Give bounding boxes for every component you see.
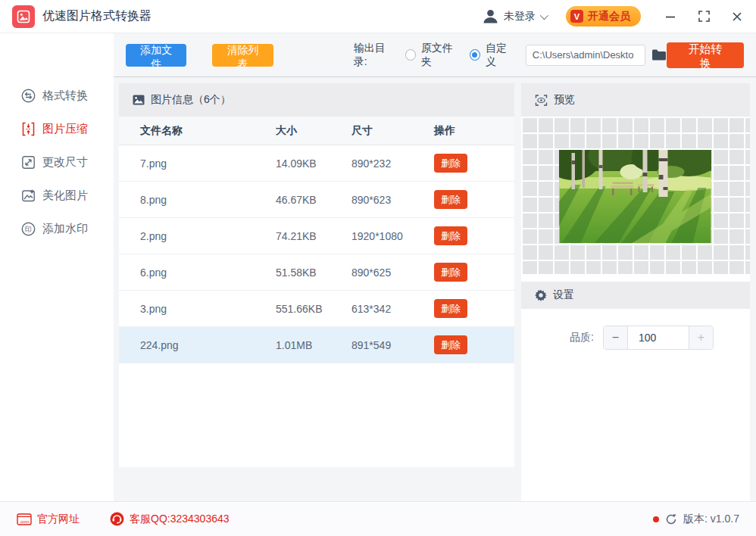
beautify-icon (21, 189, 36, 203)
titlebar: 优速图片格式转换器 未登录 V 开通会员 (0, 0, 756, 33)
sidebar-item-image-compress[interactable]: 图片压缩 (0, 112, 114, 145)
official-website-label: 官方网址 (37, 513, 80, 526)
preview-eye-icon (535, 95, 548, 106)
cell-filename: 224.png (119, 339, 276, 351)
minimize-icon (665, 11, 676, 22)
app-window: 优速图片格式转换器 未登录 V 开通会员 添加文件 清除列表 输出目录 (0, 0, 756, 536)
cell-size: 51.58KB (276, 266, 351, 279)
table-row[interactable]: 2.png 74.21KB 1920*1080 删除 (119, 218, 514, 254)
radio-custom-folder[interactable]: 自定义 (470, 42, 515, 69)
close-button[interactable] (730, 10, 744, 23)
cell-size: 551.66KB (276, 303, 351, 315)
radio-checked-icon (470, 49, 480, 61)
app-logo-icon (12, 5, 35, 28)
delete-button[interactable]: 删除 (434, 226, 467, 245)
radio-original-folder[interactable]: 原文件夹 (405, 42, 461, 69)
cell-filename: 6.png (119, 266, 276, 279)
col-header-size: 大小 (276, 124, 351, 138)
table-row[interactable]: 6.png 51.58KB 890*625 删除 (119, 254, 514, 291)
preview-title: 预览 (554, 93, 575, 107)
preview-header: 预览 (521, 83, 750, 117)
output-path-input[interactable] (526, 45, 645, 66)
website-icon: .com (17, 513, 32, 525)
preview-canvas (521, 117, 750, 274)
cell-filename: 7.png (119, 157, 276, 170)
gear-icon (535, 289, 547, 301)
status-dot-icon (653, 516, 659, 522)
cell-filename: 2.png (119, 230, 276, 242)
watermark-icon: 印 (21, 222, 36, 236)
delete-button[interactable]: 删除 (434, 335, 467, 354)
radio-custom-label: 自定义 (486, 42, 515, 69)
vip-button-label: 开通会员 (588, 10, 630, 23)
window-controls (664, 10, 744, 23)
footer: .com 官方网址 客服QQ:3234303643 版本: v1.0.7 (0, 501, 756, 536)
app-title: 优速图片格式转换器 (42, 8, 152, 24)
open-vip-button[interactable]: V 开通会员 (566, 6, 641, 26)
sidebar-item-label: 更改尺寸 (42, 155, 88, 170)
delete-button[interactable]: 删除 (434, 263, 467, 282)
quality-decrease-button[interactable]: − (604, 326, 628, 349)
preview-image (559, 150, 711, 243)
login-status: 未登录 (504, 10, 536, 23)
quality-input[interactable] (628, 326, 689, 349)
version-label: 版本: v1.0.7 (683, 513, 739, 526)
table-title: 图片信息（6个） (151, 93, 231, 107)
support-qq-link[interactable]: 客服QQ:3234303643 (110, 512, 230, 526)
quality-increase-button[interactable]: + (689, 326, 713, 349)
radio-original-label: 原文件夹 (421, 42, 461, 69)
delete-button[interactable]: 删除 (434, 299, 467, 318)
col-header-filename: 文件名称 (119, 124, 276, 138)
minimize-button[interactable] (664, 10, 677, 23)
sidebar-item-resize[interactable]: 更改尺寸 (0, 145, 114, 179)
sidebar-item-label: 添加水印 (42, 222, 88, 236)
clear-list-button[interactable]: 清除列表 (212, 44, 273, 67)
account-menu[interactable]: 未登录 (482, 8, 546, 25)
settings-header: 设置 (521, 282, 750, 309)
output-dir-label: 输出目录: (354, 42, 396, 69)
sidebar: 格式转换 图片压缩 更改尺寸 美化图片 印 添加水印 (0, 33, 114, 501)
table-row[interactable]: 8.png 46.67KB 890*623 删除 (119, 182, 514, 218)
table-row[interactable]: 3.png 551.66KB 613*342 删除 (119, 291, 514, 327)
quality-label: 品质: (570, 331, 594, 344)
folder-icon (651, 48, 667, 61)
user-icon (482, 8, 499, 25)
close-icon (732, 11, 742, 22)
sidebar-item-format-convert[interactable]: 格式转换 (0, 79, 114, 112)
cell-size: 46.67KB (276, 194, 351, 206)
sidebar-item-watermark[interactable]: 印 添加水印 (0, 212, 114, 245)
maximize-button[interactable] (697, 10, 711, 23)
settings-title: 设置 (553, 288, 574, 302)
add-files-button[interactable]: 添加文件 (126, 44, 186, 67)
official-website-link[interactable]: .com 官方网址 (17, 513, 80, 526)
swap-icon (21, 89, 36, 103)
version-area: 版本: v1.0.7 (653, 513, 739, 526)
start-convert-button[interactable]: 开始转换 (667, 42, 744, 68)
delete-button[interactable]: 删除 (434, 154, 467, 173)
quality-stepper: − + (603, 326, 714, 350)
table-row[interactable]: 7.png 14.09KB 890*232 删除 (119, 145, 514, 182)
radio-unchecked-icon (405, 49, 416, 61)
check-update-button[interactable] (665, 513, 677, 525)
right-panel: 预览 (521, 83, 750, 501)
vip-badge-icon: V (570, 10, 583, 23)
browse-folder-button[interactable] (651, 48, 667, 61)
cell-filename: 8.png (119, 194, 276, 206)
cell-dimensions: 613*342 (351, 303, 434, 315)
quality-setting: 品质: − + (521, 326, 714, 350)
toolbar: 添加文件 清除列表 输出目录: 原文件夹 自定义 开始转换 (114, 33, 756, 77)
cell-dimensions: 891*549 (351, 339, 434, 351)
sidebar-item-label: 美化图片 (42, 189, 88, 203)
delete-button[interactable]: 删除 (434, 190, 467, 209)
col-header-action: 操作 (434, 124, 514, 138)
table-row-selected[interactable]: 224.png 1.01MB 891*549 删除 (119, 327, 514, 363)
cell-dimensions: 890*623 (351, 194, 434, 206)
table-card-header: 图片信息（6个） (119, 83, 514, 117)
cell-size: 14.09KB (276, 157, 351, 170)
customer-service-icon (110, 512, 124, 526)
chevron-down-icon (540, 11, 548, 19)
cell-size: 74.21KB (276, 230, 351, 242)
col-header-dimensions: 尺寸 (351, 124, 434, 138)
svg-text:.com: .com (19, 519, 29, 523)
sidebar-item-beautify[interactable]: 美化图片 (0, 179, 114, 212)
